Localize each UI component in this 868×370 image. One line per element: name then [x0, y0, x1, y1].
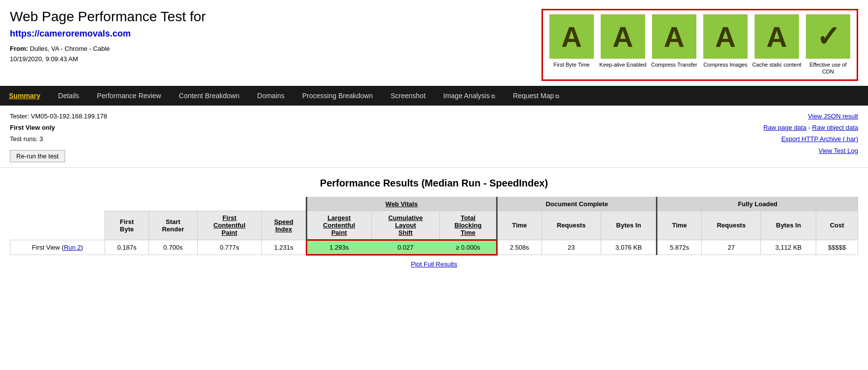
cell-tbt: ≥ 0.000s — [439, 240, 497, 255]
web-vitals-group-header: Web Vitals — [306, 197, 497, 211]
cell-dc-requests: 23 — [542, 240, 601, 255]
plot-full-results-link[interactable]: Plot Full Results — [411, 260, 457, 268]
cell-fl-cost: $$$$$ — [816, 240, 858, 255]
col-dc-bytes: Bytes In — [601, 211, 657, 240]
cell-fl-time: 5.872s — [657, 240, 702, 255]
results-title: Performance Results (Median Run - SpeedI… — [10, 178, 858, 189]
col-fl-bytes: Bytes In — [761, 211, 816, 240]
header-section: Web Page Performance Test for https://ca… — [0, 0, 868, 86]
grade-label-cache-static: Cache static content — [752, 61, 801, 68]
grade-letter-first-byte: A — [549, 14, 594, 59]
grade-letter-compress-images: A — [703, 14, 748, 59]
view-log-link[interactable]: View Test Log — [819, 147, 858, 154]
nav-performance-review[interactable]: Performance Review — [88, 86, 170, 106]
results-section: Performance Results (Median Run - SpeedI… — [0, 168, 868, 278]
grade-letter-compress-transfer: A — [652, 14, 696, 59]
run-link[interactable]: Run 2 — [64, 244, 81, 251]
info-section: Tester: VM05-03-192.168.199.178 First Vi… — [0, 106, 868, 168]
cell-dc-bytes: 3,076 KB — [601, 240, 657, 255]
cell-fl-bytes: 3,112 KB — [761, 240, 816, 255]
col-tbt: TotalBlockingTime — [439, 211, 497, 240]
grade-box-compress-transfer: A Compress Transfer — [650, 14, 699, 75]
nav-processing-breakdown[interactable]: Processing Breakdown — [293, 86, 382, 106]
test-location: From: Dulles, VA - Chrome - Cable — [10, 44, 542, 54]
test-info: From: Dulles, VA - Chrome - Cable 10/19/… — [10, 44, 542, 65]
raw-object-link[interactable]: Raw object data — [812, 124, 858, 131]
nav-summary[interactable]: Summary — [0, 86, 49, 106]
nav-content-breakdown[interactable]: Content Breakdown — [170, 86, 249, 106]
view-info: First View only — [10, 122, 107, 133]
cell-cls: 0.027 — [371, 240, 439, 255]
grade-box-keepalive: A Keep-alive Enabled — [598, 14, 648, 75]
cell-fcp: 0.777s — [197, 240, 261, 255]
fully-loaded-group-header: Fully Loaded — [657, 197, 858, 211]
performance-table: Web Vitals Document Complete Fully Loade… — [10, 197, 858, 256]
col-fl-requests: Requests — [702, 211, 761, 240]
cell-lcp: 1.293s — [306, 240, 371, 255]
col-first-byte: FirstByte — [105, 211, 149, 240]
export-har-link[interactable]: Export HTTP Archive (.har) — [781, 135, 858, 143]
col-fl-cost: Cost — [816, 211, 858, 240]
grade-box-first-byte: A First Byte Time — [547, 14, 596, 75]
raw-page-link[interactable]: Raw page data — [763, 124, 806, 131]
nav-request-map[interactable]: Request Map — [504, 86, 568, 106]
cell-first-byte: 0.187s — [105, 240, 149, 255]
nav-screenshot[interactable]: Screenshot — [382, 86, 434, 106]
rerun-button[interactable]: Re-run the test — [10, 150, 65, 162]
view-json-link[interactable]: View JSON result — [808, 112, 858, 120]
grade-label-keepalive: Keep-alive Enabled — [599, 61, 646, 68]
empty-header — [10, 197, 307, 211]
grade-box-compress-images: A Compress Images — [701, 14, 750, 75]
cell-fl-requests: 27 — [702, 240, 761, 255]
table-row: First View (Run 2) 0.187s 0.700s 0.777s … — [10, 240, 858, 255]
col-fcp: FirstContentfulPaint — [197, 211, 261, 240]
test-date: 10/19/2020, 9:09:43 AM — [10, 54, 542, 65]
col-speed-index: SpeedIndex — [261, 211, 306, 240]
header-left: Web Page Performance Test for https://ca… — [10, 9, 542, 65]
grade-box-cdn: ✓ Effective use of CDN — [803, 14, 853, 75]
col-dc-requests: Requests — [542, 211, 601, 240]
info-right: View JSON result Raw page data - Raw obj… — [763, 111, 858, 162]
col-start-render: StartRender — [149, 211, 197, 240]
grade-letter-cache-static: A — [755, 14, 799, 59]
grade-label-compress-images: Compress Images — [703, 61, 747, 68]
empty-sub-header — [10, 211, 105, 240]
nav-details[interactable]: Details — [49, 86, 88, 106]
row-label: First View (Run 2) — [10, 240, 105, 255]
doc-complete-group-header: Document Complete — [497, 197, 657, 211]
grade-box-cache-static: A Cache static content — [752, 14, 801, 75]
grade-label-compress-transfer: Compress Transfer — [651, 61, 697, 68]
cell-speed-index: 1.231s — [261, 240, 306, 255]
grade-label-cdn: Effective use of CDN — [803, 61, 853, 75]
cell-dc-time: 2.508s — [497, 240, 542, 255]
col-cls: CumulativeLayoutShift — [371, 211, 439, 240]
grade-check-cdn: ✓ — [806, 14, 850, 59]
nav-domains[interactable]: Domains — [249, 86, 293, 106]
tester-info: Tester: VM05-03-192.168.199.178 — [10, 111, 107, 122]
plot-link-container: Plot Full Results — [10, 260, 858, 268]
nav-bar: Summary Details Performance Review Conte… — [0, 86, 868, 106]
test-runs-info: Test runs: 3 — [10, 133, 107, 145]
site-url[interactable]: https://cameroremovals.com — [10, 29, 542, 39]
grade-letter-keepalive: A — [601, 14, 645, 59]
page-title: Web Page Performance Test for — [10, 9, 542, 25]
nav-image-analysis[interactable]: Image Analysis — [434, 86, 504, 106]
cell-start-render: 0.700s — [149, 240, 197, 255]
grade-label-first-byte: First Byte Time — [553, 61, 589, 68]
col-dc-time: Time — [497, 211, 542, 240]
info-left: Tester: VM05-03-192.168.199.178 First Vi… — [10, 111, 107, 162]
col-lcp: LargestContentfulPaint — [306, 211, 371, 240]
col-fl-time: Time — [657, 211, 702, 240]
grade-boxes: A First Byte Time A Keep-alive Enabled A… — [542, 9, 858, 81]
